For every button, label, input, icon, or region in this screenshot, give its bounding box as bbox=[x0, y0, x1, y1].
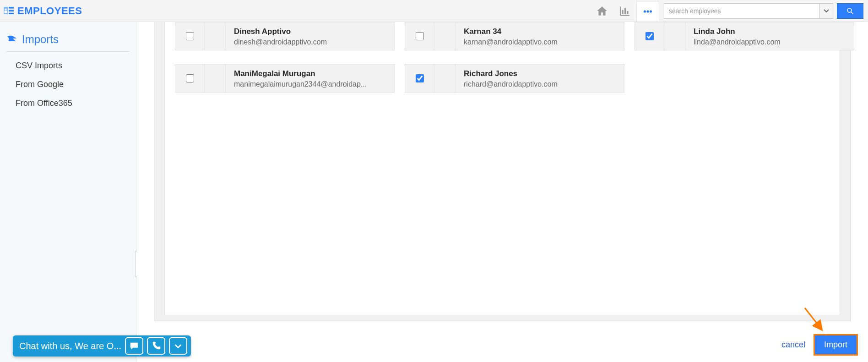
employee-email: linda@androidapptivo.com bbox=[694, 38, 846, 46]
employee-card: ManiMegalai Muruganmanimegalaimurugan234… bbox=[175, 64, 395, 93]
sidebar-heading-label: Imports bbox=[22, 33, 59, 46]
sidebar: Imports CSV Imports From Google From Off… bbox=[0, 22, 136, 362]
employee-avatar-cell bbox=[664, 22, 685, 50]
svg-rect-8 bbox=[627, 11, 628, 14]
employee-checkbox[interactable] bbox=[646, 32, 654, 40]
chat-message-button[interactable] bbox=[125, 337, 143, 355]
employee-checkbox[interactable] bbox=[416, 32, 424, 40]
header-left: EMPLOYEES bbox=[4, 5, 82, 17]
app-title: EMPLOYEES bbox=[17, 5, 82, 17]
svg-point-9 bbox=[644, 10, 646, 12]
employee-card: Dinesh Apptivodinesh@androidapptivo.com bbox=[175, 22, 395, 50]
employee-avatar-cell bbox=[434, 65, 456, 92]
phone-icon bbox=[151, 341, 161, 351]
chat-call-button[interactable] bbox=[147, 337, 165, 355]
employee-email: manimegalaimurugan2344@androidap... bbox=[234, 80, 386, 88]
search-wrap bbox=[664, 3, 863, 19]
employee-email: dinesh@androidapptivo.com bbox=[234, 38, 386, 46]
sidebar-heading: Imports bbox=[6, 33, 130, 52]
svg-rect-3 bbox=[9, 12, 14, 14]
employee-info: Dinesh Apptivodinesh@androidapptivo.com bbox=[226, 22, 394, 50]
employee-info: ManiMegalai Muruganmanimegalaimurugan234… bbox=[226, 65, 394, 92]
panel-body: Dinesh Apptivodinesh@androidapptivo.comK… bbox=[164, 22, 840, 315]
employee-checkbox-cell bbox=[175, 65, 205, 92]
import-arrow-icon bbox=[6, 35, 17, 44]
svg-point-10 bbox=[646, 10, 649, 12]
employee-checkbox-cell bbox=[635, 22, 664, 50]
employee-info: Karnan 34karnan@androidapptivo.com bbox=[456, 22, 624, 50]
import-button[interactable]: Import bbox=[814, 334, 858, 356]
employee-checkbox[interactable] bbox=[416, 74, 424, 82]
employee-name: Linda John bbox=[694, 27, 846, 36]
panel-outer: Dinesh Apptivodinesh@androidapptivo.comK… bbox=[154, 22, 851, 321]
svg-point-4 bbox=[5, 8, 6, 10]
employee-grid: Dinesh Apptivodinesh@androidapptivo.comK… bbox=[175, 22, 830, 93]
layout: Imports CSV Imports From Google From Off… bbox=[0, 22, 868, 362]
sidebar-item-label: From Office365 bbox=[16, 99, 72, 108]
more-icon-button[interactable] bbox=[636, 0, 659, 22]
employee-card: Richard Jonesrichard@androidapptivo.com bbox=[405, 64, 624, 93]
svg-point-11 bbox=[650, 10, 652, 12]
more-horizontal-icon bbox=[642, 5, 654, 17]
svg-rect-7 bbox=[624, 8, 626, 14]
chevron-down-icon bbox=[824, 9, 829, 13]
employee-checkbox-cell bbox=[405, 22, 434, 50]
home-icon bbox=[596, 5, 608, 17]
employee-checkbox-cell bbox=[175, 22, 205, 50]
employee-card: Linda Johnlinda@androidapptivo.com bbox=[635, 22, 854, 50]
footer-actions: cancel Import bbox=[781, 334, 858, 356]
search-input[interactable] bbox=[664, 3, 819, 19]
chat-bubble-icon bbox=[129, 341, 139, 351]
cancel-link[interactable]: cancel bbox=[781, 340, 805, 350]
employee-name: Richard Jones bbox=[464, 69, 616, 78]
employee-info: Linda Johnlinda@androidapptivo.com bbox=[685, 22, 854, 50]
sidebar-item-csv-imports[interactable]: CSV Imports bbox=[6, 56, 130, 75]
svg-point-12 bbox=[847, 8, 852, 12]
employee-avatar-cell bbox=[434, 22, 456, 50]
reports-icon-button[interactable] bbox=[613, 0, 636, 22]
main: Dinesh Apptivodinesh@androidapptivo.comK… bbox=[136, 22, 868, 362]
home-icon-button[interactable] bbox=[591, 0, 613, 22]
employee-checkbox[interactable] bbox=[186, 74, 194, 82]
sidebar-item-from-office365[interactable]: From Office365 bbox=[6, 94, 130, 113]
employee-email: richard@androidapptivo.com bbox=[464, 80, 616, 88]
chat-widget[interactable]: Chat with us, We are O... bbox=[13, 335, 191, 357]
chevron-down-icon bbox=[173, 341, 183, 351]
employee-name: Dinesh Apptivo bbox=[234, 27, 386, 36]
employee-info: Richard Jonesrichard@androidapptivo.com bbox=[456, 65, 624, 92]
employee-grid-area: Dinesh Apptivodinesh@androidapptivo.comK… bbox=[165, 22, 840, 138]
chat-collapse-button[interactable] bbox=[169, 337, 187, 355]
svg-rect-1 bbox=[9, 7, 14, 9]
employees-app-icon bbox=[4, 7, 14, 15]
svg-rect-2 bbox=[9, 10, 14, 11]
svg-line-13 bbox=[851, 12, 853, 14]
sidebar-item-from-google[interactable]: From Google bbox=[6, 75, 130, 94]
svg-rect-5 bbox=[4, 11, 7, 13]
employee-card: Karnan 34karnan@androidapptivo.com bbox=[405, 22, 624, 50]
employee-avatar-cell bbox=[205, 65, 226, 92]
employee-checkbox-cell bbox=[405, 65, 434, 92]
svg-rect-6 bbox=[622, 10, 624, 14]
search-button[interactable] bbox=[837, 3, 863, 19]
employee-checkbox[interactable] bbox=[186, 32, 194, 40]
employee-name: Karnan 34 bbox=[464, 27, 616, 36]
search-icon bbox=[846, 7, 854, 15]
employee-avatar-cell bbox=[205, 22, 226, 50]
search-dropdown-button[interactable] bbox=[819, 3, 833, 19]
header-right bbox=[591, 0, 863, 22]
chat-widget-text: Chat with us, We are O... bbox=[19, 341, 121, 351]
bar-chart-icon bbox=[619, 5, 631, 17]
header: EMPLOYEES bbox=[0, 0, 868, 22]
employee-name: ManiMegalai Murugan bbox=[234, 69, 386, 78]
sidebar-item-label: CSV Imports bbox=[16, 61, 62, 70]
employee-email: karnan@androidapptivo.com bbox=[464, 38, 616, 46]
sidebar-item-label: From Google bbox=[16, 80, 64, 89]
